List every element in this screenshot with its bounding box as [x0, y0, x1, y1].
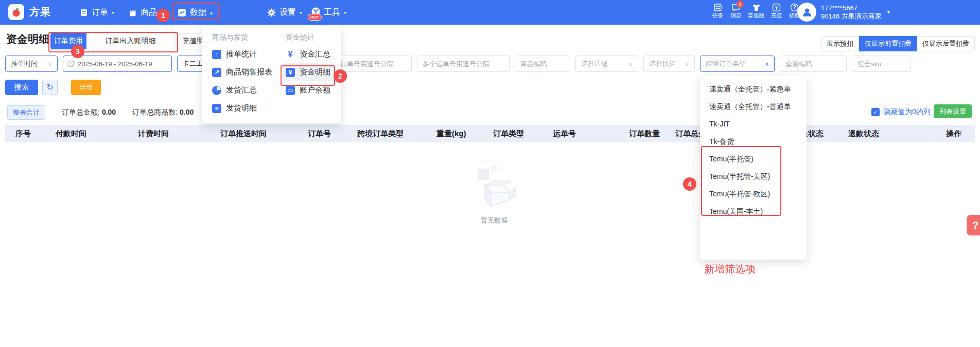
table-header: 序号 付款时间 计费时间 订单推送时间 订单号 跨境订单类型 重量(kg) 订单…	[5, 125, 975, 142]
nav-item-label: 商品	[141, 7, 157, 18]
chevron-down-icon: ▾	[344, 10, 346, 15]
menu-item-push-stats[interactable]: ↑ 推单统计	[212, 45, 286, 63]
svg-text:¥: ¥	[775, 5, 778, 11]
tab-order-inout-detail[interactable]: 订单出入账明细	[86, 33, 175, 49]
product-code-input[interactable]	[515, 56, 570, 72]
push-time-select[interactable]: 推单时间 ∨	[5, 56, 58, 72]
option-temu-semi-eu[interactable]: Temu(半托管-欧区)	[700, 185, 807, 203]
order-total-count: 订单总商品数:0.00	[132, 108, 194, 117]
col-order-type[interactable]: 订单类型	[493, 125, 524, 142]
shirt-icon	[752, 3, 761, 12]
col-cross-type[interactable]: 跨境订单类型	[357, 125, 404, 142]
col-waybill-no[interactable]: 运单号	[553, 125, 576, 142]
menu-col-fund-stats: 资金统计 ¥ 资金汇总 ¥ 资金明细 ▭ 账户余额	[286, 33, 341, 123]
toggle-show-post-fee[interactable]: 仅展示后置扣费	[917, 36, 975, 51]
option-temu-semi-us[interactable]: Temu(半托管-美区)	[700, 168, 807, 185]
chevron-down-icon: ∨	[48, 61, 52, 67]
empty-text: 暂无数据	[451, 216, 537, 225]
user-account-menu[interactable]: 177****5667 90146 方果演示商家 ▾	[797, 3, 890, 22]
option-tk-jit[interactable]: Tk-JIT	[700, 115, 807, 133]
menu-item-account-balance[interactable]: ▭ 账户余额	[286, 81, 341, 99]
date-range-picker[interactable]: 2025-06-19 - 2025-06-19	[63, 56, 172, 72]
recharge-button[interactable]: ¥ 充值	[767, 2, 785, 19]
push-stats-icon: ↑	[212, 50, 221, 59]
wallet-icon: ▭	[286, 86, 295, 95]
chevron-up-icon: ∧	[765, 61, 769, 67]
col-order-qty[interactable]: 订单数量	[629, 125, 660, 142]
export-button[interactable]: 导出	[71, 80, 101, 95]
app-root: 方果 订单 ▾ 商品 ▾ 数据 ▴ 设置 ▾ HOT 工具	[0, 0, 980, 347]
plan-button[interactable]: 普通版	[745, 2, 767, 19]
list-settings-button[interactable]: 列表设置	[934, 104, 972, 118]
suit-code-input[interactable]	[780, 56, 847, 72]
chevron-down-icon: ∨	[685, 61, 689, 67]
chevron-down-icon: ▾	[887, 9, 890, 15]
order-icon	[80, 8, 88, 16]
menu-item-shipping-detail[interactable]: ≡ 发货明细	[212, 99, 286, 117]
annotation-step-3: 3	[71, 45, 84, 58]
express-select[interactable]: 选择快递 ∨	[643, 56, 695, 72]
refresh-button[interactable]: ↻	[42, 80, 58, 95]
option-aliexpress-urgent[interactable]: 速卖通（全托管）-紧急单	[700, 80, 807, 98]
option-temu-semi[interactable]: Temu(半托管)	[700, 150, 807, 168]
order-total-amount: 订单总金额:0.00	[62, 108, 116, 117]
nav-item-orders[interactable]: 订单 ▾	[80, 0, 114, 25]
floating-help-button[interactable]: ?	[967, 215, 980, 235]
option-aliexpress-normal[interactable]: 速卖通（全托管）-普通单	[700, 98, 807, 115]
cross-border-type-dropdown: 速卖通（全托管）-紧急单 速卖通（全托管）-普通单 Tk-JIT Tk-备货 T…	[700, 76, 807, 260]
toggle-show-prededuct[interactable]: 展示预扣	[821, 36, 859, 51]
fund-detail-icon: ¥	[286, 68, 295, 77]
empty-state: 暂无数据	[451, 166, 537, 225]
navbar-quick-icons: 任务 1 消息 普通版 ¥ 充值 ? 帮助	[709, 2, 803, 19]
summary-row: 整表合计 订单总金额:0.00 订单总商品数:0.00	[7, 105, 194, 120]
annotation-step-2: 2	[334, 69, 347, 83]
option-temu-us-local[interactable]: Temu(美国-本土)	[700, 203, 807, 220]
menu-item-fund-detail[interactable]: ¥ 资金明细	[283, 63, 334, 81]
yuan-icon: ¥	[772, 3, 781, 12]
user-phone: 177****5667	[821, 4, 857, 12]
product-icon	[129, 8, 137, 16]
action-row: 搜索 ↻ 导出	[5, 80, 101, 95]
tasks-button[interactable]: 任务	[709, 2, 727, 19]
chevron-up-icon: ▴	[210, 10, 213, 15]
messages-button[interactable]: 1 消息	[727, 2, 745, 19]
nav-item-data[interactable]: 数据 ▴	[178, 0, 213, 25]
menu-item-sales-report[interactable]: ↗ 商品销售报表	[212, 63, 286, 81]
checkbox-checked-icon: ✓	[871, 108, 880, 116]
hide-zero-columns-checkbox[interactable]: ✓ 隐藏值为0的列	[871, 107, 931, 117]
app-logo[interactable]: 方果	[8, 4, 51, 20]
col-order-no[interactable]: 订单号	[308, 125, 331, 142]
search-button[interactable]: 搜索	[5, 80, 38, 95]
table-total-pill[interactable]: 整表合计	[7, 105, 45, 120]
combo-sku-input[interactable]	[852, 56, 911, 72]
order-no-input[interactable]	[335, 56, 412, 72]
menu-item-shipping-summary[interactable]: 发货汇总	[212, 81, 286, 99]
col-actions[interactable]: 操作	[946, 125, 961, 142]
nav-item-tools[interactable]: HOT 工具 ▾	[311, 0, 346, 25]
empty-box-icon	[470, 166, 518, 210]
apple-logo-icon	[8, 4, 24, 20]
shop-select[interactable]: 选择店铺 ∨	[575, 56, 638, 72]
fixed-column-divider	[936, 125, 936, 142]
chevron-down-icon: ▾	[112, 10, 114, 15]
shipping-detail-icon: ≡	[212, 104, 221, 113]
date-range-value: 2025-06-19 - 2025-06-19	[78, 60, 152, 68]
col-seq[interactable]: 序号	[15, 125, 31, 142]
sales-report-icon: ↗	[212, 68, 221, 77]
menu-item-fund-summary[interactable]: ¥ 资金汇总	[286, 45, 341, 63]
brand-name: 方果	[29, 5, 51, 19]
col-pay-time[interactable]: 付款时间	[56, 125, 86, 142]
col-weight[interactable]: 重量(kg)	[436, 125, 466, 142]
toggle-show-pre-fee[interactable]: 仅展示前置扣费	[859, 36, 917, 51]
nav-item-label: 工具	[324, 7, 340, 18]
option-tk-stock[interactable]: Tk-备货	[700, 133, 807, 150]
cross-border-type-select[interactable]: 跨境订单类型 ∧	[700, 56, 775, 72]
menu-group-header: 商品与发货	[212, 33, 286, 45]
col-refund-status[interactable]: 退款状态	[848, 125, 879, 142]
data-chart-icon	[178, 8, 186, 17]
col-push-time[interactable]: 订单推送时间	[220, 125, 267, 142]
nav-item-settings[interactable]: 设置 ▾	[267, 0, 302, 25]
shipping-summary-pie-icon	[212, 86, 221, 95]
col-billing-time[interactable]: 计费时间	[138, 125, 169, 142]
waybill-no-input[interactable]	[417, 56, 510, 72]
